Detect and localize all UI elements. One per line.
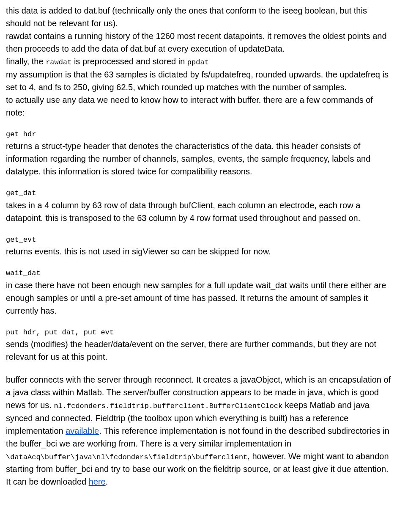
intro-paragraphs: this data is added to dat.buf (technical… [6,4,391,119]
intro-p3b: is preprocessed and stored in [71,57,187,66]
code-path-bufferclient: \dataAcq\buffer\java\nl\fcdonders\fieldt… [6,453,247,461]
footer-paragraph: buffer connects with the server through … [6,373,391,488]
cmd-get-hdr-desc: returns a struct-type header that denote… [6,140,391,178]
code-rawdat: rawdat [46,58,71,66]
cmd-get-evt-desc: returns events. this is not used in sigV… [6,245,391,258]
intro-p3a: finally, the [6,57,46,66]
cmd-put-desc: sends (modifies) the header/data/event o… [6,338,391,363]
intro-p1: this data is added to dat.buf (technical… [6,4,391,30]
cmd-wait-dat-name: wait_dat [6,268,391,279]
code-bufferclientclock: nl.fcdonders.fieldtrip.bufferclient.Buff… [54,402,282,410]
code-ppdat: ppdat [187,58,209,66]
cmd-get-dat-name: get_dat [6,188,391,199]
cmd-wait-dat-desc: in case there have not been enough new s… [6,279,391,317]
intro-p4: my assumption is that the 63 samples is … [6,68,391,94]
cmd-get-dat-desc: takes in a 4 column by 63 row of data th… [6,199,391,224]
intro-p3: finally, the rawdat is preprocessed and … [6,55,391,68]
footer-e: . [106,477,108,486]
intro-p2: rawdat contains a running history of the… [6,30,391,55]
cmd-get-evt-name: get_evt [6,234,391,245]
cmd-get-hdr-name: get_hdr [6,129,391,140]
link-here[interactable]: here [89,477,106,486]
link-available[interactable]: available [66,426,99,436]
cmd-put-name: put_hdr, put_dat, put_evt [6,327,391,338]
intro-p5: to actually use any data we need to know… [6,94,391,119]
